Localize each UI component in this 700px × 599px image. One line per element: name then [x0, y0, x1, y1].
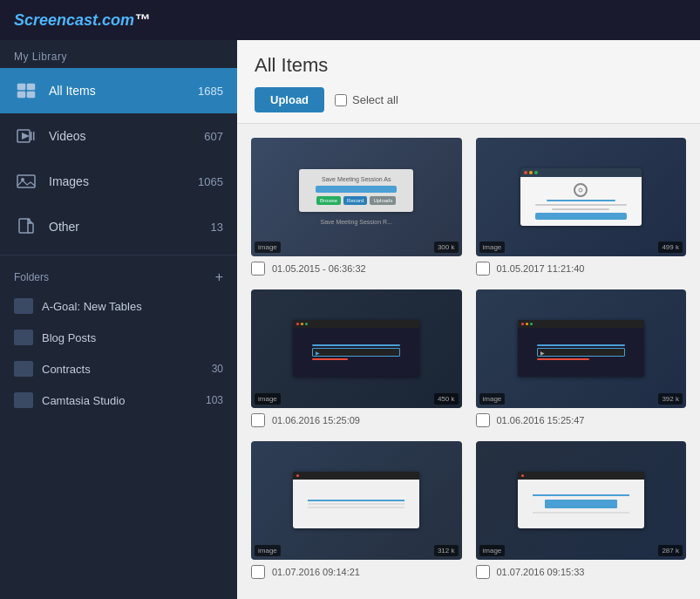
content-title: All Items — [255, 54, 683, 77]
thumbnail-1[interactable]: Save Meeting Session As Browse Record Up… — [251, 138, 462, 256]
folder-icon-3 — [14, 361, 33, 377]
thumb-duration-6: 287 k — [658, 545, 683, 556]
svg-rect-7 — [33, 132, 35, 140]
grid-item-3: ▶ image 450 k 01.06.2016 15:25:09 — [251, 289, 462, 427]
thumb-badge-2: image — [479, 242, 506, 253]
thumb-duration-5: 312 k — [434, 545, 459, 556]
images-count: 1065 — [198, 175, 223, 188]
content-area: All Items Upload Select all Save Meeting… — [237, 40, 700, 599]
thumb-duration-4: 392 k — [658, 393, 683, 405]
folder-label-2: Blog Posts — [42, 331, 223, 344]
grid-item-footer-4: 01.06.2016 15:25:47 — [476, 413, 687, 427]
grid-item-2: image 499 k 01.05.2017 11:21:40 — [476, 138, 687, 276]
grid-item-footer-1: 01.05.2015 - 06:36:32 — [251, 262, 462, 276]
images-icon — [14, 169, 38, 194]
thumb-duration-1: 300 k — [434, 242, 459, 253]
sidebar-divider — [0, 255, 237, 255]
upload-button[interactable]: Upload — [255, 87, 324, 112]
all-items-icon — [14, 78, 38, 103]
folder-icon-2 — [14, 330, 33, 345]
thumb-duration-3: 450 k — [434, 393, 459, 405]
folder-count-4: 103 — [206, 394, 223, 406]
folder-item-1[interactable]: A-Goal: New Tables — [0, 290, 237, 322]
item-checkbox-2[interactable] — [476, 262, 490, 276]
thumbnail-4[interactable]: ▶ image 392 k — [476, 289, 687, 408]
thumb-badge-1: image — [255, 242, 281, 253]
content-toolbar: Upload Select all — [255, 87, 683, 112]
item-date-2: 01.05.2017 11:21:40 — [497, 263, 585, 274]
sidebar-item-other[interactable]: Other 13 — [0, 204, 237, 249]
folder-item-3[interactable]: Contracts 30 — [0, 353, 237, 385]
videos-icon — [14, 124, 38, 148]
thumbnail-6[interactable]: image 287 k — [476, 441, 687, 560]
thumb-content-1: Save Meeting Session As Browse Record Up… — [272, 155, 440, 238]
thumb-content-3: ▶ — [272, 307, 440, 390]
folders-label: Folders — [14, 271, 49, 283]
folder-label-3: Contracts — [42, 363, 212, 376]
thumb-content-2 — [497, 155, 665, 238]
item-date-3: 01.06.2016 15:25:09 — [272, 415, 360, 425]
all-items-count: 1685 — [198, 85, 223, 98]
folders-header[interactable]: Folders + — [0, 261, 237, 290]
item-date-6: 01.07.2016 09:15:33 — [497, 567, 585, 577]
select-all-label[interactable]: Select all — [335, 93, 398, 106]
other-label: Other — [49, 220, 211, 234]
svg-rect-0 — [17, 84, 25, 90]
grid-item-1: Save Meeting Session As Browse Record Up… — [251, 138, 462, 276]
folder-icon-1 — [14, 298, 33, 314]
thumbnail-3[interactable]: ▶ image 450 k — [251, 289, 462, 408]
select-all-text: Select all — [352, 93, 398, 106]
images-label: Images — [49, 174, 198, 188]
svg-rect-6 — [31, 132, 32, 140]
grid-item-4: ▶ image 392 k 01.06.2016 15:25:47 — [476, 289, 687, 427]
item-checkbox-1[interactable] — [251, 262, 265, 276]
sidebar-item-all-items[interactable]: All Items 1685 — [0, 68, 237, 113]
folder-item-2[interactable]: Blog Posts — [0, 322, 237, 353]
select-all-checkbox[interactable] — [335, 94, 347, 106]
app-header: Screencast.com™ — [0, 0, 700, 40]
app-logo: Screencast.com™ — [14, 11, 150, 30]
grid-item-footer-5: 01.07.2016 09:14:21 — [251, 565, 462, 579]
videos-label: Videos — [49, 129, 204, 143]
svg-rect-8 — [17, 175, 35, 187]
folder-icon-4 — [14, 392, 33, 408]
thumbnail-5[interactable]: image 312 k — [251, 441, 462, 560]
svg-rect-12 — [28, 223, 33, 233]
grid-container: Save Meeting Session As Browse Record Up… — [251, 138, 686, 579]
thumb-badge-6: image — [479, 545, 506, 556]
add-folder-icon[interactable]: + — [215, 269, 223, 285]
item-date-5: 01.07.2016 09:14:21 — [272, 567, 360, 577]
thumb-duration-2: 499 k — [658, 242, 683, 253]
item-checkbox-5[interactable] — [251, 565, 265, 579]
other-count: 13 — [211, 221, 223, 234]
folder-label-4: Camtasia Studio — [42, 394, 206, 407]
videos-count: 607 — [204, 130, 223, 143]
sidebar-item-images[interactable]: Images 1065 — [0, 159, 237, 204]
thumb-content-6 — [497, 459, 665, 541]
item-checkbox-4[interactable] — [476, 413, 490, 427]
thumbnail-2[interactable]: image 499 k — [476, 138, 687, 256]
grid-item-6: image 287 k 01.07.2016 09:15:33 — [476, 441, 687, 579]
svg-rect-3 — [27, 92, 35, 98]
svg-rect-1 — [27, 84, 35, 90]
item-checkbox-6[interactable] — [476, 565, 490, 579]
folder-item-4[interactable]: Camtasia Studio 103 — [0, 385, 237, 416]
item-checkbox-3[interactable] — [251, 413, 265, 427]
grid-item-footer-3: 01.06.2016 15:25:09 — [251, 413, 462, 427]
sidebar-section-title: My Library — [0, 40, 237, 68]
thumb-badge-5: image — [255, 545, 281, 556]
sidebar: My Library All Items 1685 — [0, 40, 237, 599]
thumb-content-5 — [272, 459, 440, 541]
main-layout: My Library All Items 1685 — [0, 40, 700, 599]
content-grid: Save Meeting Session As Browse Record Up… — [237, 124, 700, 599]
svg-marker-5 — [22, 133, 30, 140]
folder-label-1: A-Goal: New Tables — [42, 300, 223, 313]
thumb-badge-4: image — [479, 393, 506, 405]
grid-item-footer-2: 01.05.2017 11:21:40 — [476, 262, 687, 276]
all-items-label: All Items — [49, 84, 198, 98]
thumb-content-4: ▶ — [497, 307, 665, 390]
sidebar-item-videos[interactable]: Videos 607 — [0, 113, 237, 159]
item-date-1: 01.05.2015 - 06:36:32 — [272, 263, 366, 274]
grid-item-footer-6: 01.07.2016 09:15:33 — [476, 565, 687, 579]
svg-rect-2 — [17, 92, 25, 98]
